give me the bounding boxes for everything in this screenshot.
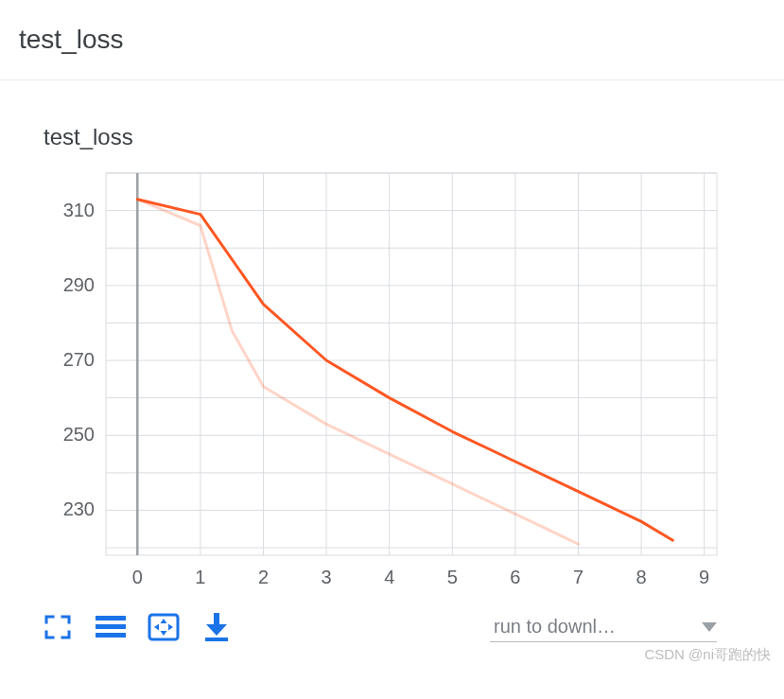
- chart-toolbar: run to downl…: [34, 599, 724, 650]
- svg-marker-42: [161, 619, 167, 623]
- chart-card: test_loss 2302502702903100123456789: [34, 107, 734, 650]
- svg-text:290: 290: [63, 274, 95, 295]
- svg-rect-39: [96, 624, 126, 629]
- chart-title-text: test_loss: [44, 124, 133, 149]
- run-selector-label: run to downl…: [494, 616, 616, 638]
- svg-marker-43: [161, 631, 167, 636]
- chart-svg: 2302502702903100123456789: [34, 164, 724, 599]
- svg-rect-46: [214, 613, 219, 626]
- chart-area: 2302502702903100123456789: [34, 164, 724, 599]
- watermark: CSDN @ni哥跑的快: [0, 646, 784, 664]
- svg-text:8: 8: [636, 567, 647, 587]
- svg-text:1: 1: [195, 567, 205, 587]
- svg-text:3: 3: [322, 567, 332, 587]
- svg-text:230: 230: [63, 498, 95, 519]
- download-icon[interactable]: [200, 614, 233, 640]
- svg-text:6: 6: [510, 567, 520, 587]
- svg-marker-45: [168, 624, 173, 631]
- svg-rect-48: [205, 638, 228, 641]
- run-selector[interactable]: run to downl…: [490, 612, 717, 642]
- svg-rect-38: [96, 616, 126, 620]
- svg-text:270: 270: [63, 349, 95, 370]
- svg-text:0: 0: [132, 567, 143, 587]
- svg-text:7: 7: [573, 567, 584, 587]
- svg-text:250: 250: [63, 424, 95, 445]
- chart-title: test_loss: [34, 107, 734, 164]
- svg-rect-41: [149, 615, 178, 639]
- fit-domain-icon[interactable]: [148, 614, 180, 640]
- svg-rect-40: [96, 633, 126, 638]
- section-header: test_loss: [0, 0, 784, 80]
- svg-marker-44: [154, 624, 159, 631]
- svg-marker-47: [206, 624, 227, 636]
- svg-text:2: 2: [258, 567, 269, 587]
- chevron-down-icon: [702, 622, 717, 632]
- svg-text:310: 310: [63, 200, 95, 220]
- svg-text:4: 4: [384, 567, 394, 587]
- svg-text:9: 9: [699, 567, 709, 587]
- svg-text:5: 5: [447, 567, 458, 587]
- section-title: test_loss: [19, 25, 124, 54]
- fullscreen-icon[interactable]: [42, 614, 74, 640]
- settings-icon[interactable]: [95, 614, 127, 640]
- svg-rect-0: [106, 173, 717, 555]
